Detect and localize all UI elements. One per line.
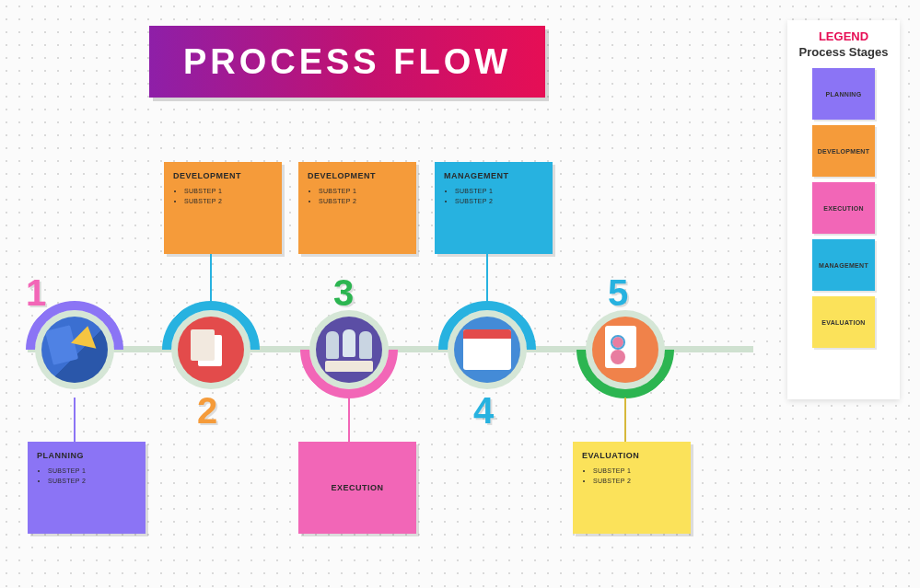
blueprint-icon [41,317,108,383]
card-title: EVALUATION [582,451,681,460]
connector-evaluation [624,398,626,442]
legend-swatch-development: DEVELOPMENT [812,125,875,177]
card-substeps: SUBSTEP 1 SUBSTEP 2 [582,466,681,486]
chess-icon [316,317,382,383]
page-title: PROCESS FLOW [183,42,511,82]
legend-heading: LEGEND [797,29,891,43]
connector-planning [74,398,76,442]
card-title: EXECUTION [331,483,383,492]
stage-node-evaluation [586,310,665,389]
connector-execution [348,398,350,442]
card-title: DEVELOPMENT [308,171,407,180]
legend-swatch-execution: EXECUTION [812,182,875,234]
stage-card-planning: PLANNING SUBSTEP 1 SUBSTEP 2 [28,442,146,534]
legend-swatch-evaluation: EVALUATION [812,296,875,348]
card-substeps: SUBSTEP 1 SUBSTEP 2 [173,186,273,206]
browser-icon [454,317,520,383]
connector-management [486,254,488,302]
connector-development [210,254,212,302]
card-substeps: SUBSTEP 1 SUBSTEP 2 [444,186,543,206]
stage-node-execution [309,310,389,389]
clipboard-icon [592,317,658,383]
stage-node-management [448,310,527,389]
card-substeps: SUBSTEP 1 SUBSTEP 2 [308,186,407,206]
documents-icon [178,317,244,383]
stage-card-development-extra: DEVELOPMENT SUBSTEP 1 SUBSTEP 2 [298,162,416,254]
legend-panel: LEGEND Process Stages PLANNING DEVELOPME… [787,20,900,399]
stage-card-development: DEVELOPMENT SUBSTEP 1 SUBSTEP 2 [164,162,282,254]
card-substeps: SUBSTEP 1 SUBSTEP 2 [37,466,136,486]
stage-number-2: 2 [197,390,217,432]
legend-subheading: Process Stages [797,45,891,59]
stage-card-management: MANAGEMENT SUBSTEP 1 SUBSTEP 2 [435,162,553,254]
stage-number-1: 1 [26,272,46,314]
card-title: DEVELOPMENT [173,171,273,180]
stage-card-execution: EXECUTION [298,442,416,534]
card-title: PLANNING [37,451,136,460]
title-banner: PROCESS FLOW [149,26,545,98]
stage-card-evaluation: EVALUATION SUBSTEP 1 SUBSTEP 2 [573,442,691,534]
legend-swatch-management: MANAGEMENT [812,239,875,291]
stage-node-planning [35,310,114,389]
stage-number-4: 4 [473,390,494,432]
stage-node-development [171,310,250,389]
card-title: MANAGEMENT [444,171,543,180]
legend-swatch-planning: PLANNING [812,68,875,120]
